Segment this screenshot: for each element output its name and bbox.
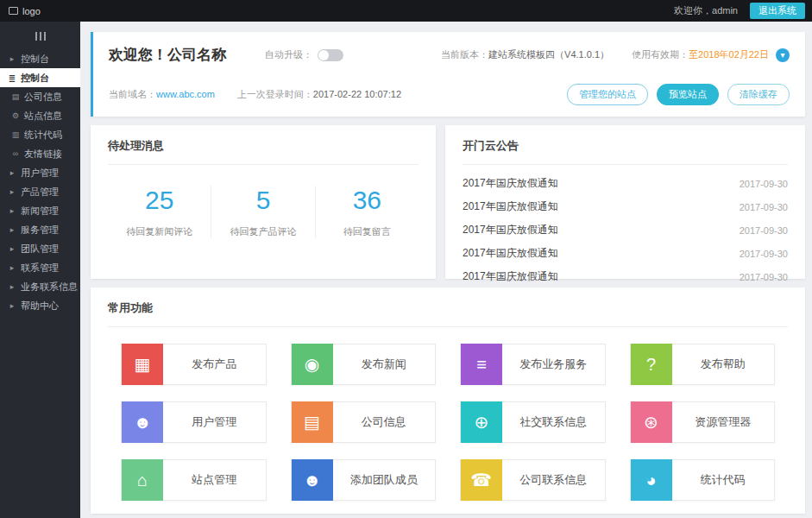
sidebar-item-label: 产品管理 <box>21 186 59 199</box>
tile-label: 发布帮助 <box>672 357 775 372</box>
last-login-label: 上一次登录时间： <box>237 89 313 99</box>
tile-label: 公司信息 <box>333 414 436 430</box>
tile-label: 发布新闻 <box>333 357 436 372</box>
sidebar-item-site-info[interactable]: ⚙ 站点信息 <box>0 106 80 125</box>
chevron-right-icon: ▸ <box>8 168 16 177</box>
announcement-date: 2017-09-30 <box>740 202 788 212</box>
announcements-list: 2017年国庆放假通知 2017-09-30 2017年国庆放假通知 2017-… <box>463 172 788 288</box>
stat-label: 待回复留言 <box>316 225 419 238</box>
logo-icon <box>9 7 18 15</box>
announcement-item[interactable]: 2017年国庆放假通知 2017-09-30 <box>463 195 788 218</box>
pending-stats: 25 待回复新闻评论 5 待回复产品评论 36 待回复留言 <box>108 186 419 238</box>
sidebar-collapse-icon[interactable] <box>0 27 80 46</box>
preview-site-button[interactable]: 预览站点 <box>657 84 719 105</box>
sidebar-item-label: 团队管理 <box>21 243 59 256</box>
tile-social-contact[interactable]: ⊕ 社交联系信息 <box>460 401 606 443</box>
announcement-text: 2017年国庆放假通知 <box>463 246 558 261</box>
renew-download-icon[interactable]: ▾ <box>776 48 790 62</box>
sidebar-item-label: 服务管理 <box>21 224 59 237</box>
building-icon: ▤ <box>11 92 20 101</box>
sidebar-nav: ▸ 控制台 ≣ 控制台 ▤ 公司信息 ⚙ 站点信息 ▥ 统计代码 ∞ 友情链接 <box>0 49 80 315</box>
announcement-date: 2017-09-30 <box>740 249 788 259</box>
sidebar: ▸ 控制台 ≣ 控制台 ▤ 公司信息 ⚙ 站点信息 ▥ 统计代码 ∞ 友情链接 <box>0 22 80 518</box>
tile-label: 资源管理器 <box>672 414 775 430</box>
sidebar-item-label: 联系管理 <box>21 262 59 275</box>
tile-resource-manager[interactable]: ⊛ 资源管理器 <box>630 401 776 443</box>
announcement-date: 2017-09-30 <box>740 225 788 236</box>
toggle-knob <box>318 50 329 60</box>
sidebar-item-label: 公司信息 <box>24 91 62 104</box>
chevron-right-icon: ▸ <box>8 206 16 215</box>
sidebar-item-friend-links[interactable]: ∞ 友情链接 <box>0 144 80 163</box>
tile-label: 站点管理 <box>163 472 266 488</box>
tile-publish-news[interactable]: ◉ 发布新闻 <box>291 344 437 385</box>
logout-button[interactable]: 退出系统 <box>750 3 805 19</box>
announcement-text: 2017年国庆放假通知 <box>463 176 558 191</box>
clear-cache-button[interactable]: 清除缓存 <box>727 84 790 105</box>
console-icon: ≣ <box>8 73 16 83</box>
announcement-text: 2017年国庆放假通知 <box>463 223 558 237</box>
tile-add-team-member[interactable]: ☻ 添加团队成员 <box>291 459 437 501</box>
sidebar-item-console-group[interactable]: ▸ 控制台 <box>0 49 80 68</box>
domain-link[interactable]: www.abc.com <box>156 89 215 99</box>
grid-icon: ▦ <box>122 344 163 385</box>
stat-label: 待回复产品评论 <box>211 225 314 238</box>
tile-label: 公司联系信息 <box>502 472 605 488</box>
sidebar-item-contact-management[interactable]: ▸ 联系管理 <box>0 258 80 277</box>
welcome-user-text: 欢迎你，admin <box>674 4 738 17</box>
app-logo: logo <box>9 6 41 16</box>
sidebar-item-label: 控制台 <box>21 72 49 85</box>
sidebar-item-business-contact[interactable]: ▸ 业务联系信息 <box>0 277 80 296</box>
sidebar-item-stats-code[interactable]: ▥ 统计代码 <box>0 125 80 144</box>
sidebar-item-console[interactable]: ≣ 控制台 <box>0 68 80 87</box>
layers-icon: ≡ <box>461 344 502 385</box>
sidebar-item-news-management[interactable]: ▸ 新闻管理 <box>0 201 80 220</box>
chevron-right-icon: ▸ <box>8 187 16 196</box>
stat-messages: 36 待回复留言 <box>315 186 419 238</box>
question-icon: ? <box>631 344 672 385</box>
tile-publish-help[interactable]: ? 发布帮助 <box>630 344 776 385</box>
auto-upgrade-toggle[interactable] <box>318 49 343 61</box>
auto-upgrade-label: 自动升级： <box>265 48 312 61</box>
globe-icon: ⊕ <box>461 401 502 443</box>
chevron-right-icon: ▸ <box>8 263 16 272</box>
stat-value: 36 <box>316 186 419 215</box>
news-globe-icon: ◉ <box>292 344 333 385</box>
announcement-item[interactable]: 2017年国庆放假通知 2017-09-30 <box>463 172 788 195</box>
tile-label: 用户管理 <box>163 414 266 430</box>
topbar: logo 欢迎你，admin 退出系统 <box>0 0 812 22</box>
quick-functions-card: 常用功能 ▦ 发布产品 ◉ 发布新闻 ≡ 发布业务服务 ? 发布帮助 <box>91 287 805 514</box>
tile-company-info[interactable]: ▤ 公司信息 <box>291 401 437 443</box>
user-gear-icon: ☻ <box>122 401 163 443</box>
sidebar-item-company-info[interactable]: ▤ 公司信息 <box>0 87 80 106</box>
sidebar-item-label: 业务联系信息 <box>21 281 78 294</box>
stat-value: 25 <box>108 186 211 215</box>
tile-company-contact[interactable]: ☎ 公司联系信息 <box>460 459 606 501</box>
sidebar-item-product-management[interactable]: ▸ 产品管理 <box>0 182 80 201</box>
announcement-date: 2017-09-30 <box>740 272 788 282</box>
tile-user-management[interactable]: ☻ 用户管理 <box>121 401 267 443</box>
sidebar-item-service-management[interactable]: ▸ 服务管理 <box>0 220 80 239</box>
chevron-right-icon: ▸ <box>8 54 16 63</box>
announcement-item[interactable]: 2017年国庆放假通知 2017-09-30 <box>463 218 788 242</box>
tile-publish-service[interactable]: ≡ 发布业务服务 <box>460 344 606 385</box>
manage-site-button[interactable]: 管理您的站点 <box>567 84 648 105</box>
pending-messages-title: 待处理消息 <box>108 138 419 165</box>
announcement-item[interactable]: 2017年国庆放假通知 2017-09-30 <box>463 265 788 288</box>
sidebar-item-team-management[interactable]: ▸ 团队管理 <box>0 239 80 258</box>
tile-site-management[interactable]: ⌂ 站点管理 <box>121 459 267 501</box>
globe-gear-icon: ⊛ <box>631 401 672 443</box>
stats-icon: ▥ <box>11 130 20 139</box>
quick-functions-title: 常用功能 <box>108 300 788 327</box>
sidebar-item-user-management[interactable]: ▸ 用户管理 <box>0 163 80 182</box>
sidebar-item-label: 用户管理 <box>21 167 59 180</box>
tile-publish-product[interactable]: ▦ 发布产品 <box>121 344 267 385</box>
sidebar-item-label: 帮助中心 <box>21 300 59 313</box>
tile-statistics-code[interactable]: ◕ 统计代码 <box>630 459 776 501</box>
stat-label: 待回复新闻评论 <box>108 225 211 238</box>
sidebar-item-help-center[interactable]: ▸ 帮助中心 <box>0 296 80 315</box>
functions-grid: ▦ 发布产品 ◉ 发布新闻 ≡ 发布业务服务 ? 发布帮助 ☻ 用户管理 <box>108 344 788 501</box>
link-icon: ∞ <box>11 149 20 158</box>
announcement-item[interactable]: 2017年国庆放假通知 2017-09-30 <box>463 242 788 265</box>
logo-text: logo <box>22 6 41 16</box>
